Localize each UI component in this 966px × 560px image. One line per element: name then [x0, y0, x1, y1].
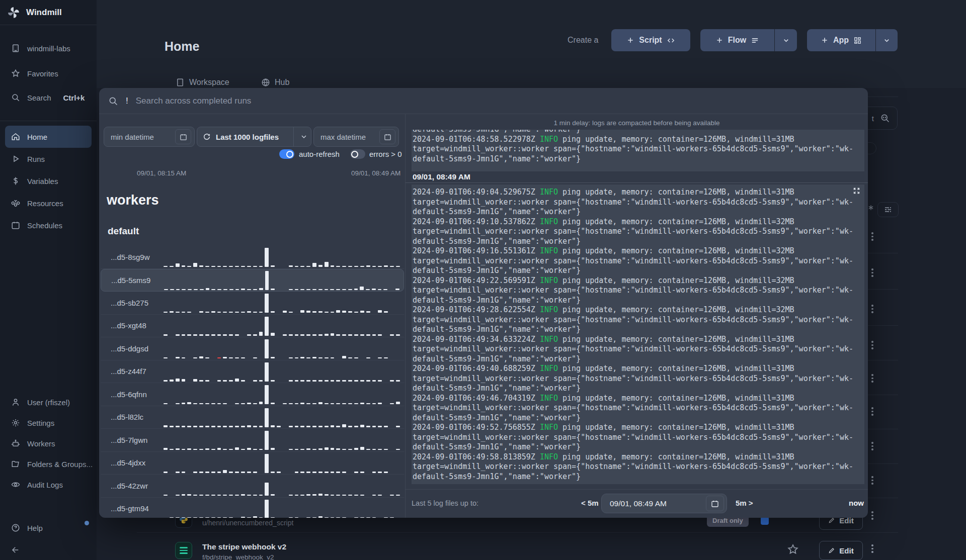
log-line: 2024-09-01T06:49:34.633224Z INFO ping up… [413, 335, 864, 345]
row-menu-kebab[interactable] [871, 305, 874, 313]
row-menu-kebab[interactable] [871, 442, 874, 450]
sidebar-item-help[interactable]: Help [0, 517, 97, 539]
log-level-info: INFO [540, 423, 558, 432]
create-a-label: Create a [568, 36, 598, 45]
worker-activity-sparkline [164, 430, 404, 450]
worker-name: ...d5-l82lc [111, 413, 164, 421]
chevron-down-icon[interactable] [300, 133, 308, 141]
worker-row[interactable]: ...d5-sb275 [101, 292, 404, 315]
runs-search-bar[interactable]: ! Search across completed runs [99, 88, 868, 114]
sidebar-item-label: Schedules [27, 221, 62, 230]
worker-row[interactable]: ...d5-6qfnn [101, 383, 404, 406]
create-flow-dropdown[interactable] [774, 29, 797, 51]
log-level-info: INFO [540, 364, 558, 373]
create-app-dropdown[interactable] [875, 29, 898, 51]
sidebar-item-home[interactable]: Home [5, 126, 92, 148]
log-line: 2024-09-01T06:49:46.704319Z INFO ping up… [413, 394, 864, 404]
auto-refresh-toggle[interactable] [279, 149, 294, 159]
log-line: target=windmill_worker::worker span={"ho… [413, 433, 864, 443]
row-menu-kebab[interactable] [871, 232, 874, 241]
filter-settings-button[interactable] [877, 202, 899, 217]
logfiles-dropdown[interactable]: Last 1000 logfiles [197, 127, 311, 147]
max-datetime-calendar-button[interactable] [379, 129, 395, 144]
log-level-info: INFO [540, 276, 558, 285]
log-line: 2024-09-01T06:49:58.813859Z INFO ping up… [413, 452, 864, 462]
row-menu-kebab[interactable] [871, 374, 874, 383]
row-menu-kebab[interactable] [871, 511, 874, 520]
star-favorite-icon[interactable] [787, 543, 799, 555]
row-menu-kebab[interactable] [871, 341, 874, 349]
brand-row[interactable]: Windmill [0, 0, 97, 25]
sidebar-item-resources[interactable]: Resources [0, 192, 97, 214]
sidebar-item-search[interactable]: Search Ctrl+k [0, 86, 97, 109]
workers-heading: workers [107, 193, 159, 208]
worker-name: ...d5-7lgwn [111, 436, 164, 444]
sidebar-item-label: Help [27, 524, 43, 532]
now-button[interactable]: now [829, 499, 864, 507]
sidebar-item-label: Favorites [27, 69, 58, 78]
log-line: default-5sms9-Jmn1G","name":"worker"} [413, 442, 864, 452]
sidebar-item-settings[interactable]: Settings [0, 412, 97, 434]
logfiles-label: Last 1000 logfiles [216, 133, 279, 141]
create-app-label: App [833, 36, 849, 45]
brand-name: Windmill [26, 8, 62, 18]
log-level-info: INFO [540, 135, 558, 144]
worker-name: ...d5-4jdxx [111, 458, 164, 467]
worker-row[interactable]: ...d5-7lgwn [101, 429, 404, 452]
tab-workspace[interactable]: Workspace [176, 76, 229, 88]
sidebar-item-variables[interactable]: Variables [0, 170, 97, 192]
language-badge [761, 517, 769, 525]
worker-row[interactable]: ...d5-z44f7 [101, 360, 404, 384]
collapse-sidebar-button[interactable] [0, 539, 97, 560]
worker-name: ...d5-8sg9w [111, 253, 164, 261]
sidebar-item-workers[interactable]: Workers [0, 432, 97, 454]
worker-row[interactable]: ...d5-8sg9w [101, 246, 404, 269]
worker-name: ...d5-z44f7 [111, 367, 164, 376]
tab-hub[interactable]: Hub [261, 76, 289, 88]
row-menu-kebab[interactable] [871, 544, 874, 553]
worker-row[interactable]: ...d5-xgt48 [101, 315, 404, 338]
worker-row[interactable]: ...d5-ddgsd [101, 337, 404, 360]
worker-row[interactable]: ...d5-gtm94 [101, 498, 404, 518]
sidebar-item-label: Folders & Groups... [27, 460, 93, 469]
row-menu-kebab[interactable] [871, 407, 874, 416]
min-datetime-calendar-button[interactable] [175, 129, 191, 144]
worker-activity-sparkline [164, 316, 404, 336]
create-app-button[interactable]: App [807, 29, 875, 51]
sidebar-item-schedules[interactable]: Schedules [0, 214, 97, 236]
min-datetime-input[interactable]: min datetime [104, 127, 195, 147]
worker-name: ...d5-6qfnn [111, 390, 164, 399]
worker-row[interactable]: ...d5-42zwr [101, 475, 404, 498]
sidebar-item-audit-logs[interactable]: Audit Logs [0, 474, 97, 496]
max-datetime-input[interactable]: max datetime [313, 127, 399, 147]
row-menu-kebab[interactable] [871, 476, 874, 485]
log-date-header: 09/01, 08:49 AM [413, 172, 470, 181]
errors-toggle[interactable] [350, 149, 365, 159]
row-menu-kebab[interactable] [871, 268, 874, 277]
expand-icon[interactable] [853, 187, 860, 195]
sidebar-item-label: windmill-labs [27, 44, 70, 53]
log-footer-border [406, 489, 868, 490]
item-title[interactable]: The stripe webhook v2 [202, 542, 286, 551]
item-path[interactable]: f/bd/stripe_webhook_v2 [202, 553, 274, 560]
edit-button[interactable]: Edit [819, 541, 863, 560]
menu-lines-icon [751, 36, 759, 45]
worker-row[interactable]: ...d5-l82lc [101, 406, 404, 429]
create-flow-button[interactable]: Flow [700, 29, 774, 51]
sidebar-item-folders-groups[interactable]: Folders & Groups... [0, 453, 97, 475]
item-path[interactable]: u/henri/unencumbered_script [202, 519, 293, 527]
back-5m-button[interactable]: < 5m [581, 499, 599, 507]
sidebar-item-favorites[interactable]: Favorites [0, 62, 97, 84]
worker-activity-sparkline [164, 270, 404, 290]
worker-row[interactable]: ...d5-5sms9 [101, 269, 404, 292]
sidebar-item-user[interactable]: User (rfiszel) [0, 391, 97, 413]
forward-5m-button[interactable]: 5m > [736, 499, 753, 507]
log-datetime-calendar-button[interactable] [706, 496, 724, 511]
sidebar-item-workspace[interactable]: windmill-labs [0, 37, 97, 59]
log-block-previous: default-5sms9-Jmn1G","name":"worker"}202… [412, 130, 864, 171]
create-script-button[interactable]: Script [611, 29, 690, 51]
sidebar-item-runs[interactable]: Runs [0, 148, 97, 170]
log-datetime-input[interactable]: 09/01, 08:49 AM [601, 494, 727, 513]
worker-row[interactable]: ...d5-4jdxx [101, 452, 404, 475]
worker-activity-sparkline [164, 293, 404, 313]
